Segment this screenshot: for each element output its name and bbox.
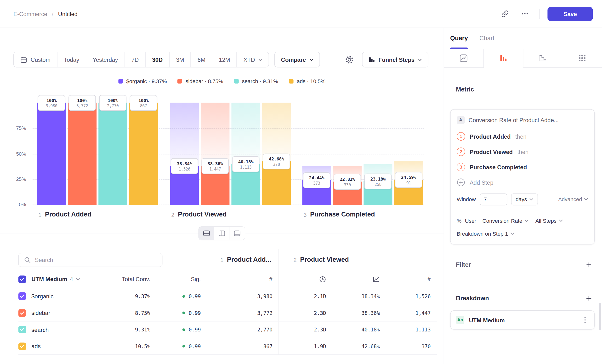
tab-flows-chart[interactable] [563, 49, 602, 68]
filter-section: Filter [456, 260, 594, 270]
save-button[interactable]: Save [548, 7, 593, 21]
bar-value-label-step2-ads: 42.68%370 [263, 154, 290, 170]
search-input[interactable] [35, 257, 157, 263]
breakdown-property-card[interactable]: Aa UTM Medium [450, 310, 595, 330]
panel-tab-chart[interactable]: Chart [479, 28, 494, 49]
metric-step-1[interactable]: 1Product Addedthen [457, 129, 588, 144]
row-name-ads[interactable]: ads [18, 338, 107, 355]
row-sig-organic: 0.99 [156, 288, 207, 305]
table-step2-group-header[interactable]: 2 Product Viewed [279, 249, 437, 271]
bar-count: 330 [344, 182, 351, 187]
add-breakdown-button[interactable] [584, 294, 594, 304]
date-range-custom[interactable]: Custom [14, 52, 57, 67]
share-link-button[interactable] [498, 7, 512, 21]
row-name-organic[interactable]: $organic [18, 288, 107, 305]
measure-metric-select[interactable]: Conversion Rate [482, 218, 528, 224]
metric-title[interactable]: Conversion Rate of Product Adde... [469, 117, 559, 123]
step2-count-header[interactable]: # [386, 271, 437, 288]
date-range-30d[interactable]: 30D [146, 52, 170, 67]
step1-count-header[interactable]: # [207, 271, 279, 288]
breakdown-column-header[interactable]: UTM Medium 4 [18, 271, 107, 288]
date-range-yesterday[interactable]: Yesterday [86, 52, 125, 67]
funnel-bar-step1-search[interactable] [98, 103, 127, 205]
breadcrumb-project[interactable]: E-Commerce [13, 11, 47, 17]
row-label: ads [31, 343, 41, 349]
bar-pct: 24.44% [309, 175, 324, 180]
metric-step-3[interactable]: 3Purchase Completed [457, 160, 588, 175]
measure-scope-select[interactable]: All Steps [536, 218, 563, 224]
bar-value-label-step2-search: 40.18%1,113 [232, 156, 259, 172]
row-name-search[interactable]: search [18, 321, 107, 338]
row-checkbox[interactable] [18, 326, 26, 333]
legend-item-sidebar[interactable]: sidebar · 8.75% [178, 78, 223, 84]
layout-bottom-panel-button[interactable] [229, 227, 245, 240]
funnel-chart-icon [500, 54, 507, 62]
bar-value-label-step1-ads: 100%867 [130, 95, 157, 111]
breadcrumb-title[interactable]: Untitled [58, 11, 77, 17]
legend-item-organic[interactable]: $organic · 9.37% [118, 78, 167, 84]
date-range-12m[interactable]: 12M [212, 52, 237, 67]
table-step1-group-header[interactable]: 1 Product Add... [207, 249, 279, 271]
chart-settings-button[interactable] [342, 52, 357, 67]
breakdown-options-button[interactable] [580, 315, 591, 325]
total-conv-header[interactable]: Total Conv. [107, 271, 156, 288]
funnel-bar-step1-organic[interactable] [37, 103, 66, 205]
plus-circle-icon [457, 178, 465, 187]
hash-icon: # [269, 276, 272, 282]
select-all-checkbox[interactable] [18, 275, 26, 283]
search-box[interactable] [18, 253, 162, 267]
row-label: $organic [31, 293, 54, 300]
bar-value-label-step3-search: 23.18%258 [365, 174, 392, 189]
bar-pct: 38.34% [177, 161, 192, 166]
sig-header[interactable]: Sig. [156, 271, 207, 288]
layout-split-horizontal-button[interactable] [199, 227, 214, 240]
tab-insights-chart[interactable] [444, 49, 483, 68]
breakdown-step-select[interactable]: Breakdown on Step 1 [457, 231, 514, 237]
string-type-icon: Aa [456, 316, 464, 324]
date-range-today[interactable]: Today [57, 52, 86, 67]
funnel-bar-step1-ads[interactable] [129, 103, 158, 205]
tab-retention-chart[interactable] [524, 49, 563, 68]
breakdown-note-row: Breakdown on Step 1 [457, 227, 588, 240]
conversion-chart-icon [373, 276, 380, 283]
date-range-6m[interactable]: 6M [191, 52, 212, 67]
row-checkbox[interactable] [18, 309, 26, 317]
row-checkbox[interactable] [18, 343, 26, 350]
row-checkbox[interactable] [18, 292, 26, 300]
step2-rate-header[interactable] [332, 271, 386, 288]
bar-value-label-step1-sidebar: 100%3,772 [68, 95, 96, 111]
add-filter-button[interactable] [584, 260, 594, 270]
compare-button[interactable]: Compare [274, 52, 320, 67]
row-name-sidebar[interactable]: sidebar [18, 305, 107, 321]
layout-split-vertical-button[interactable] [214, 227, 229, 240]
legend-item-search[interactable]: search · 9.31% [234, 78, 278, 84]
metric-step-2[interactable]: 2Product Viewedthen [457, 144, 588, 160]
chart-type-tabs [444, 49, 602, 68]
row-step2-rate-ads: 42.68% [332, 338, 386, 355]
date-range-xtd[interactable]: XTD [237, 52, 269, 67]
step-number-badge: 2 [457, 148, 465, 156]
conversion-window-row: Window days Advanced [457, 190, 588, 209]
add-step-button[interactable]: Add Step [457, 175, 588, 190]
step2-time-header[interactable] [279, 271, 332, 288]
row-step2-count-sidebar: 1,447 [386, 305, 437, 321]
tab-funnel-chart[interactable] [484, 49, 524, 68]
row-total-conv-organic: 9.37% [107, 288, 156, 305]
filter-section-label: Filter [456, 261, 471, 268]
panel-tab-query[interactable]: Query [450, 28, 468, 49]
advanced-toggle[interactable]: Advanced [558, 196, 588, 202]
window-unit-select[interactable]: days [511, 193, 538, 205]
window-value-input[interactable] [480, 193, 507, 205]
search-icon [24, 257, 31, 263]
chart-view-select[interactable]: Funnel Steps [362, 52, 428, 67]
bar-count: 1,526 [179, 166, 190, 171]
panel-scrollbar[interactable] [599, 303, 601, 330]
date-range-7d[interactable]: 7D [125, 52, 146, 67]
funnel-bar-step1-sidebar[interactable] [68, 103, 97, 205]
more-menu-button[interactable] [518, 7, 532, 21]
date-range-3m[interactable]: 3M [170, 52, 191, 67]
query-panel: QueryChart Metric A Conversion Rate of P… [444, 28, 602, 364]
legend-item-ads[interactable]: ads · 10.5% [289, 78, 325, 84]
measure-entity[interactable]: User [465, 218, 476, 224]
bar-value-label-step2-organic: 38.34%1,526 [171, 158, 198, 174]
